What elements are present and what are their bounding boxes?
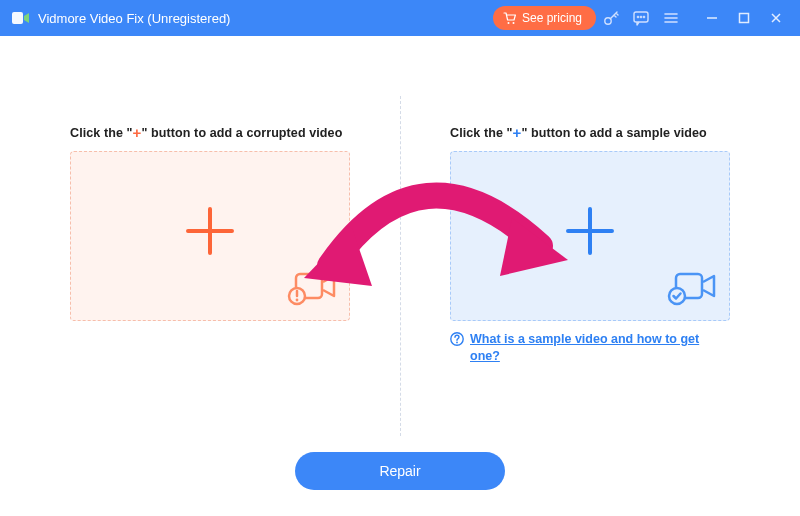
svg-point-2 (512, 22, 514, 24)
chat-icon (632, 9, 650, 27)
svg-point-11 (296, 299, 299, 302)
cart-icon (503, 12, 517, 25)
titlebar: Vidmore Video Fix (Unregistered) See pri… (0, 0, 800, 36)
close-icon (769, 11, 783, 25)
add-corrupted-video-dropzone[interactable] (70, 151, 350, 321)
hamburger-icon (662, 9, 680, 27)
instr-text: " button to add a sample video (521, 126, 706, 140)
svg-point-1 (507, 22, 509, 24)
corrupted-video-icon (287, 270, 337, 310)
key-icon (602, 9, 620, 27)
see-pricing-button[interactable]: See pricing (493, 6, 596, 30)
menu-button[interactable] (656, 0, 686, 36)
minimize-icon (705, 11, 719, 25)
maximize-icon (737, 11, 751, 25)
corrupted-video-panel: Click the "+" button to add a corrupted … (70, 124, 350, 365)
register-key-button[interactable] (596, 0, 626, 36)
vertical-divider (400, 96, 401, 436)
app-title: Vidmore Video Fix (Unregistered) (38, 11, 230, 26)
corrupted-video-instruction: Click the "+" button to add a corrupted … (70, 124, 350, 141)
maximize-button[interactable] (728, 0, 760, 36)
add-sample-video-dropzone[interactable] (450, 151, 730, 321)
main-area: Click the "+" button to add a corrupted … (0, 36, 800, 516)
instr-text: Click the " (70, 126, 133, 140)
plus-icon (558, 199, 622, 273)
app-logo-icon (12, 11, 30, 25)
instr-text: Click the " (450, 126, 513, 140)
sample-video-panel: Click the "+" button to add a sample vid… (450, 124, 730, 365)
svg-point-5 (637, 16, 639, 18)
feedback-button[interactable] (626, 0, 656, 36)
help-icon (450, 332, 464, 350)
sample-video-help: What is a sample video and how to get on… (450, 331, 730, 365)
close-button[interactable] (760, 0, 792, 36)
svg-point-7 (643, 16, 645, 18)
svg-rect-0 (12, 12, 23, 24)
sample-video-icon (667, 270, 717, 310)
plus-icon (178, 199, 242, 273)
pricing-label: See pricing (522, 11, 582, 25)
sample-video-help-link[interactable]: What is a sample video and how to get on… (470, 331, 730, 365)
sample-video-instruction: Click the "+" button to add a sample vid… (450, 124, 730, 141)
instr-text: " button to add a corrupted video (141, 126, 342, 140)
svg-point-15 (456, 342, 458, 344)
svg-point-6 (640, 16, 642, 18)
repair-button[interactable]: Repair (295, 452, 505, 490)
svg-rect-8 (740, 14, 749, 23)
minimize-button[interactable] (696, 0, 728, 36)
